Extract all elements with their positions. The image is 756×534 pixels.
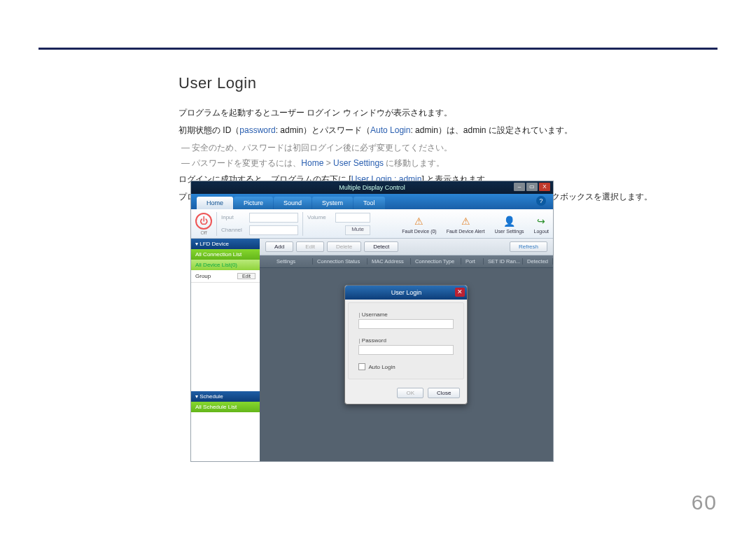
emphasis: Auto Login <box>370 125 410 135</box>
separator <box>302 212 303 236</box>
label: Logout <box>534 229 549 234</box>
tab-home[interactable]: Home <box>197 197 233 209</box>
label: Fault Device Alert <box>447 229 485 234</box>
sidebar-lfd-device-header[interactable]: ▾ LFD Device <box>191 239 260 249</box>
logout-button[interactable]: ↪ Logout <box>534 214 549 234</box>
password-input[interactable] <box>358 345 454 355</box>
username-label: Username <box>358 311 454 318</box>
refresh-button[interactable]: Refresh <box>510 241 547 252</box>
separator <box>216 212 217 236</box>
ok-button[interactable]: OK <box>397 388 424 398</box>
note-line: パスワードを変更するには、Home > User Settings に移動します… <box>181 155 718 171</box>
page-header-rule <box>38 48 718 50</box>
text: > <box>323 158 333 168</box>
sidebar-group-label: Group <box>195 273 211 279</box>
auto-login-checkbox[interactable] <box>358 363 365 370</box>
ribbon-inputs: Input Channel <box>221 213 298 235</box>
col-connection-type: Connection Type <box>411 258 461 265</box>
sidebar-all-connection-list[interactable]: All Connection List <box>191 249 260 260</box>
text: 初期状態の ID（ <box>178 125 239 135</box>
tab-tool[interactable]: Tool <box>354 197 385 209</box>
channel-label: Channel <box>221 227 246 233</box>
nav-path: User Settings <box>333 158 384 168</box>
body-paragraph: プログラムを起動するとユーザー ログイン ウィンドウが表示されます。 <box>178 105 718 121</box>
user-login-dialog: User Login ✕ Username Password <box>344 285 468 405</box>
label: Fault Device (0) <box>402 229 436 234</box>
dialog-titlebar: User Login ✕ <box>345 286 467 300</box>
delete-button[interactable]: Delete <box>327 241 361 252</box>
fault-device-alert-button[interactable]: ⚠ Fault Device Alert <box>447 214 485 234</box>
text: : admin）とパスワード（ <box>276 125 370 135</box>
add-button[interactable]: Add <box>265 241 293 252</box>
user-settings-button[interactable]: 👤 User Settings <box>495 214 524 234</box>
edit-button[interactable]: Edit <box>296 241 324 252</box>
label: User Settings <box>495 229 524 234</box>
column-headers: Settings Connection Status MAC Address C… <box>260 255 553 268</box>
power-label: Off <box>200 230 206 235</box>
text: 安全のため、パスワードは初回ログイン後に必ず変更してください。 <box>192 143 452 153</box>
warning-icon: ⚠ <box>412 214 426 228</box>
sidebar-all-device-list[interactable]: All Device List(0) <box>191 260 260 270</box>
col-mac: MAC Address <box>368 258 411 265</box>
device-canvas: User Login ✕ Username Password <box>260 268 553 461</box>
sidebar-schedule-header[interactable]: ▾ Schedule <box>191 391 260 402</box>
sidebar-schedule-area <box>191 412 260 461</box>
section-title: User Login <box>178 74 718 92</box>
window-maximize-button[interactable]: ▭ <box>526 183 538 191</box>
warning-icon: ⚠ <box>458 214 472 228</box>
close-button[interactable]: Close <box>428 388 460 398</box>
auto-login-label: Auto Login <box>368 364 395 370</box>
logout-icon: ↪ <box>534 214 548 228</box>
col-port: Port <box>461 258 484 265</box>
input-label: Input <box>221 214 246 220</box>
ribbon-volume: Volume Mute <box>307 213 370 235</box>
detect-button[interactable]: Detect <box>364 241 398 252</box>
mute-button[interactable]: Mute <box>345 225 370 235</box>
channel-select[interactable] <box>249 225 298 235</box>
text: : admin）は、admin に設定されています。 <box>410 125 572 135</box>
main-tabs: Home Picture Sound System Tool ? <box>191 194 553 209</box>
tab-system[interactable]: System <box>312 197 353 209</box>
col-detected: Detected <box>523 258 553 265</box>
tab-sound[interactable]: Sound <box>274 197 312 209</box>
dialog-title-text: User Login <box>391 289 422 296</box>
toolbar-icons: ⚠ Fault Device (0) ⚠ Fault Device Alert … <box>402 214 549 234</box>
power-icon[interactable]: ⏻ <box>195 213 212 230</box>
note-line: 安全のため、パスワードは初回ログイン後に必ず変更してください。 <box>181 140 718 156</box>
window-titlebar: Multiple Display Control – ▭ X <box>191 181 553 194</box>
nav-path: Home <box>301 158 323 168</box>
volume-label: Volume <box>307 214 332 220</box>
col-settings: Settings <box>272 258 313 265</box>
text: に移動します。 <box>384 158 444 168</box>
ribbon-toolbar: ⏻ Off Input Channel Volume Mute <box>191 209 553 239</box>
input-select[interactable] <box>249 213 298 223</box>
sidebar: ▾ LFD Device All Connection List All Dev… <box>191 239 260 461</box>
text: パスワードを変更するには、 <box>192 158 301 168</box>
body-paragraph: 初期状態の ID（password: admin）とパスワード（Auto Log… <box>178 122 718 139</box>
sidebar-group-row: Group Edit <box>191 270 260 283</box>
device-toolbar: Add Edit Delete Detect Refresh <box>260 239 553 255</box>
username-input[interactable] <box>358 319 454 329</box>
sidebar-tree-area <box>191 283 260 391</box>
window-minimize-button[interactable]: – <box>514 183 525 191</box>
app-screenshot: Multiple Display Control – ▭ X Home Pict… <box>190 181 554 462</box>
window-title: Multiple Display Control <box>339 184 405 191</box>
window-close-button[interactable]: X <box>539 183 550 191</box>
user-icon: 👤 <box>503 214 517 228</box>
fault-device-log-button[interactable]: ⚠ Fault Device (0) <box>402 214 436 234</box>
emphasis: password <box>239 125 275 135</box>
sidebar-all-schedule-list[interactable]: All Schedule List <box>191 402 260 412</box>
tab-picture[interactable]: Picture <box>234 197 273 209</box>
help-button[interactable]: ? <box>536 196 546 206</box>
group-edit-button[interactable]: Edit <box>237 273 255 279</box>
center-panel: Add Edit Delete Detect Refresh Settings … <box>260 239 553 461</box>
password-label: Password <box>358 337 454 344</box>
col-setid-range: SET ID Ran... <box>484 258 523 265</box>
volume-slider[interactable] <box>335 213 370 223</box>
dialog-close-button[interactable]: ✕ <box>455 288 465 297</box>
col-connection-status: Connection Status <box>313 258 368 265</box>
page-number: 60 <box>692 491 718 514</box>
